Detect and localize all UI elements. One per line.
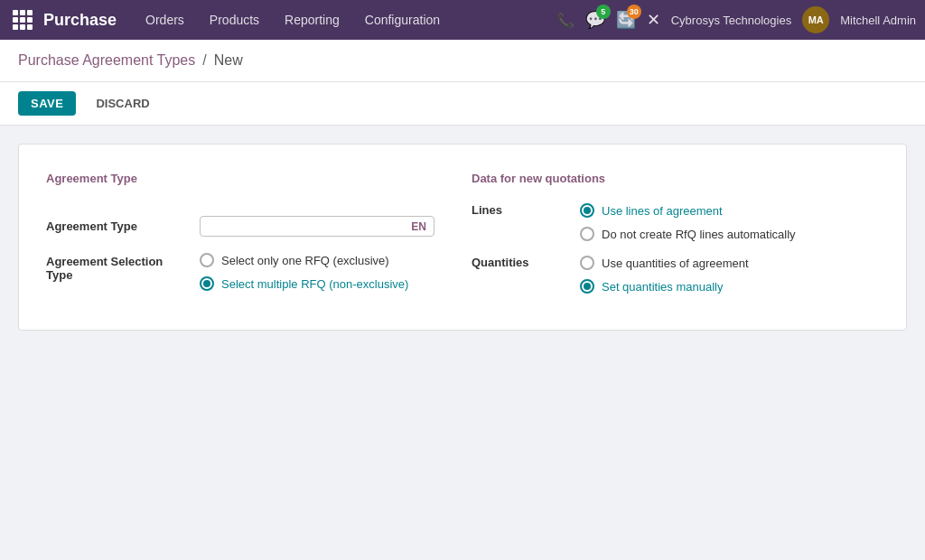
lines-option1-label: Use lines of agreement: [602, 204, 723, 218]
agreement-selection-row: Agreement SelectionType Select only one …: [46, 251, 453, 291]
agreement-selection-label: Agreement SelectionType: [46, 251, 191, 282]
phone-icon[interactable]: 📞: [556, 12, 575, 29]
quantities-label: Quantities: [472, 256, 562, 269]
breadcrumb-current: New: [214, 52, 243, 69]
radio-non-exclusive-circle[interactable]: [200, 276, 214, 291]
quantities-option2[interactable]: Set quantities manually: [580, 279, 749, 294]
quantities-option1-circle[interactable]: [580, 256, 594, 270]
lines-label: Lines: [472, 203, 562, 217]
main-content: Agreement Type Agreement Type EN Agreeme…: [0, 126, 925, 349]
discard-button[interactable]: DISCARD: [87, 91, 158, 116]
user-avatar[interactable]: MA: [802, 6, 829, 33]
navbar: Purchase Orders Products Reporting Confi…: [0, 0, 925, 40]
activity-icon[interactable]: 🔄 30: [616, 10, 636, 30]
messages-icon[interactable]: 💬 5: [585, 10, 605, 30]
lines-option2[interactable]: Do not create RfQ lines automatically: [580, 227, 796, 241]
quantities-option2-label: Set quantities manually: [602, 280, 723, 294]
lines-options: Use lines of agreement Do not create RfQ…: [580, 203, 796, 241]
lines-row: Lines Use lines of agreement Do not crea…: [472, 203, 879, 241]
lines-option2-label: Do not create RfQ lines automatically: [602, 228, 796, 241]
agreement-selection-radio-group: Select only one RFQ (exclusive) Select m…: [200, 251, 408, 291]
nav-orders[interactable]: Orders: [135, 7, 195, 33]
radio-exclusive-circle[interactable]: [200, 253, 214, 267]
agreement-type-row: Agreement Type EN: [46, 216, 453, 237]
agreement-type-label: Agreement Type: [46, 216, 191, 233]
company-name: Cybrosys Technologies: [671, 14, 791, 27]
agreement-type-input-wrapper[interactable]: EN: [200, 216, 434, 237]
agreement-type-input[interactable]: [208, 219, 411, 233]
radio-non-exclusive-label: Select multiple RFQ (non-exclusive): [221, 277, 408, 291]
lines-option1-circle[interactable]: [580, 203, 594, 218]
save-button[interactable]: SAVE: [18, 91, 76, 116]
right-section: Lines Use lines of agreement Do not crea…: [472, 203, 879, 294]
activity-badge: 30: [627, 5, 641, 19]
breadcrumb-parent[interactable]: Purchase Agreement Types: [18, 52, 195, 69]
messages-badge: 5: [596, 5, 611, 19]
form-section-title: Agreement Type: [46, 172, 453, 185]
close-icon[interactable]: ✕: [647, 10, 660, 30]
lines-option1[interactable]: Use lines of agreement: [580, 203, 796, 218]
lang-badge[interactable]: EN: [411, 220, 426, 233]
nav-configuration[interactable]: Configuration: [354, 7, 451, 33]
form-card: Agreement Type Agreement Type EN Agreeme…: [18, 144, 907, 331]
app-brand: Purchase: [43, 11, 117, 30]
breadcrumb-separator: /: [202, 52, 206, 69]
nav-products[interactable]: Products: [199, 7, 270, 33]
quantities-option1[interactable]: Use quantities of agreement: [580, 256, 749, 270]
radio-exclusive-label: Select only one RFQ (exclusive): [221, 254, 389, 267]
navbar-right: 📞 💬 5 🔄 30 ✕ Cybrosys Technologies MA Mi…: [556, 6, 916, 33]
form-toolbar: SAVE DISCARD: [0, 82, 925, 126]
apps-menu-icon[interactable]: [9, 6, 36, 33]
radio-exclusive[interactable]: Select only one RFQ (exclusive): [200, 253, 408, 267]
nav-reporting[interactable]: Reporting: [274, 7, 350, 33]
quantities-option1-label: Use quantities of agreement: [602, 257, 749, 270]
lines-option2-circle[interactable]: [580, 227, 594, 241]
nav-menu: Orders Products Reporting Configuration: [135, 7, 556, 33]
radio-non-exclusive[interactable]: Select multiple RFQ (non-exclusive): [200, 276, 408, 291]
quantities-row: Quantities Use quantities of agreement S…: [472, 256, 879, 294]
breadcrumb-bar: Purchase Agreement Types / New: [0, 40, 925, 82]
quantities-option2-circle[interactable]: [580, 279, 594, 294]
quantities-options: Use quantities of agreement Set quantiti…: [580, 256, 749, 294]
form-left: Agreement Type Agreement Type EN Agreeme…: [46, 172, 453, 294]
right-section-title: Data for new quotations: [472, 172, 879, 185]
form-right: Data for new quotations Lines Use lines …: [472, 172, 879, 294]
user-name[interactable]: Mitchell Admin: [840, 14, 916, 27]
form-layout: Agreement Type Agreement Type EN Agreeme…: [46, 172, 879, 294]
